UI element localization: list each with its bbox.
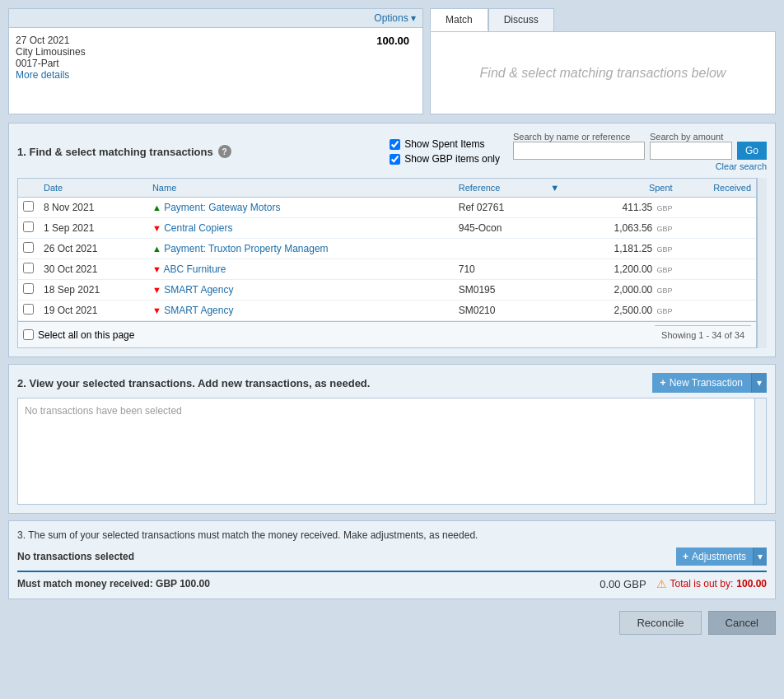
debit-icon: ▼ [152,264,161,274]
col-received: Received [678,179,756,198]
row-name[interactable]: ▼ Central Copiers [147,218,454,239]
search-amount-input[interactable] [650,142,732,160]
row-spent: 2,000.00 GBP [565,280,678,301]
row-checkbox-4[interactable] [23,263,34,273]
transactions-table: Date Name Reference ▼ Spent Received [18,179,756,321]
payment-icon: ▲ [152,203,161,212]
row-ref: 710 [454,259,545,280]
match-amount: 0.00 GBP [600,578,646,590]
cancel-button[interactable]: Cancel [708,611,776,635]
debit-icon: ▼ [152,305,161,315]
row-name[interactable]: ▲ Payment: Truxton Property Managem [147,239,454,259]
col-sort[interactable]: ▼ [545,179,565,198]
more-details-link[interactable]: More details [16,69,317,81]
select-all-checkbox[interactable] [23,329,34,340]
table-row: 18 Sep 2021 ▼ SMART Agency SM0195 2,000.… [18,280,756,301]
reconcile-button[interactable]: Reconcile [619,611,701,635]
table-row: 26 Oct 2021 ▲ Payment: Truxton Property … [18,239,756,259]
row-name[interactable]: ▲ Payment: Gateway Motors [147,198,454,218]
table-row: 8 Nov 2021 ▲ Payment: Gateway Motors Ref… [18,198,756,218]
row-date: 26 Oct 2021 [39,239,147,259]
new-transaction-label: New Transaction [670,377,743,389]
warning-icon: ⚠ [656,577,667,590]
section1-title: 1. Find & select matching transactions [17,146,213,158]
debit-icon: ▼ [152,285,161,295]
row-name[interactable]: ▼ SMART Agency [147,301,454,321]
row-spent: 1,200.00 GBP [565,259,678,280]
plus-icon: + [660,377,666,389]
must-match-label: Must match money received: GBP 100.00 [17,578,210,589]
table-row: 1 Sep 2021 ▼ Central Copiers 945-Ocon 1,… [18,218,756,239]
clear-search-link[interactable]: Clear search [513,161,767,171]
tab-match-placeholder: Find & select matching transactions belo… [480,66,726,81]
col-name[interactable]: Name [147,179,454,198]
row-ref: 945-Ocon [454,218,545,239]
table-row: 30 Oct 2021 ▼ ABC Furniture 710 1,200.00… [18,259,756,280]
row-spent: 2,500.00 GBP [565,301,678,321]
transaction-ref: 0017-Part [16,58,317,69]
selected-area-scrollbar[interactable] [754,398,766,504]
transaction-date: 27 Oct 2021 [16,35,317,46]
row-date: 1 Sep 2021 [39,218,147,239]
show-spent-checkbox[interactable] [390,139,400,150]
section3-title: 3. The sum of your selected transactions… [17,529,767,541]
out-by-amount: 100.00 [736,578,767,589]
row-date: 19 Oct 2021 [39,301,147,321]
adjustments-button[interactable]: + Adjustments [676,548,753,566]
tab-discuss[interactable]: Discuss [488,8,554,31]
show-gbp-label: Show GBP items only [404,153,500,165]
adjustments-dropdown[interactable]: ▾ [753,548,767,566]
select-all-label: Select all on this page [38,329,134,341]
debit-icon: ▼ [152,223,161,233]
row-checkbox-2[interactable] [23,221,34,232]
table-scrollbar[interactable] [757,178,767,348]
options-button[interactable]: Options ▾ [374,12,416,24]
help-icon[interactable]: ? [218,145,231,158]
row-name[interactable]: ▼ ABC Furniture [147,259,454,280]
search-name-input[interactable] [513,142,645,160]
transaction-company: City Limousines [16,46,317,58]
adjustments-label: Adjustments [692,551,746,562]
row-date: 18 Sep 2021 [39,280,147,301]
tab-match[interactable]: Match [430,8,488,31]
row-date: 8 Nov 2021 [39,198,147,218]
go-button[interactable]: Go [737,142,767,160]
col-reference[interactable]: Reference [454,179,545,198]
new-transaction-button[interactable]: + New Transaction [652,373,751,393]
row-date: 30 Oct 2021 [39,259,147,280]
row-ref: SM0210 [454,301,545,321]
row-ref [454,239,545,259]
row-name[interactable]: ▼ SMART Agency [147,280,454,301]
row-checkbox-6[interactable] [23,304,34,315]
row-spent: 1,181.25 GBP [565,239,678,259]
row-checkbox-3[interactable] [23,242,34,253]
row-spent: 411.35 GBP [565,198,678,218]
section2-title: 2. View your selected transactions. Add … [17,377,370,389]
row-checkbox-5[interactable] [23,283,34,294]
showing-text: Showing 1 - 34 of 34 [655,325,751,344]
out-by-label: Total is out by: [670,578,734,589]
show-gbp-checkbox[interactable] [390,154,400,165]
transaction-amount: 100.00 [317,35,416,81]
payment-icon: ▲ [152,244,161,254]
no-selected-label: No transactions selected [17,551,134,562]
search-amount-label: Search by amount [650,132,732,142]
col-date: Date [39,179,147,198]
row-ref: SM0195 [454,280,545,301]
row-ref: Ref 02761 [454,198,545,218]
col-spent: Spent [565,179,678,198]
adj-plus-icon: + [683,551,688,562]
row-checkbox-1[interactable] [23,201,34,212]
new-transaction-dropdown[interactable]: ▾ [751,373,767,393]
no-transactions-message: No transactions have been selected [25,405,182,417]
row-spent: 1,063.56 GBP [565,218,678,239]
table-row: 19 Oct 2021 ▼ SMART Agency SM0210 2,500.… [18,301,756,321]
show-spent-label: Show Spent Items [404,138,484,150]
search-name-label: Search by name or reference [513,132,645,142]
